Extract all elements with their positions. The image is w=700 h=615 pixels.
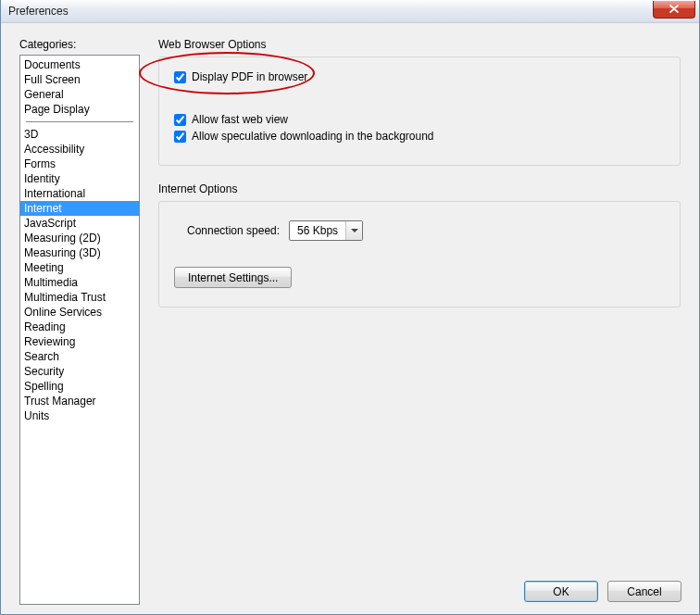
- cancel-button[interactable]: Cancel: [607, 581, 681, 602]
- category-item[interactable]: Trust Manager: [20, 394, 139, 408]
- dialog-content: Categories: DocumentsFull ScreenGeneralP…: [1, 23, 699, 614]
- category-item[interactable]: JavaScript: [20, 216, 139, 231]
- category-item[interactable]: Reviewing: [20, 334, 139, 349]
- category-item[interactable]: Online Services: [20, 305, 139, 320]
- sidebar: Categories: DocumentsFull ScreenGeneralP…: [19, 38, 140, 605]
- category-item[interactable]: Documents: [20, 57, 139, 72]
- category-item[interactable]: Internet: [20, 201, 139, 216]
- category-item[interactable]: Spelling: [20, 379, 139, 394]
- close-button[interactable]: [653, 1, 695, 19]
- ok-button[interactable]: OK: [524, 581, 598, 602]
- category-item[interactable]: Multimedia Trust: [20, 290, 139, 305]
- close-icon: [669, 5, 679, 13]
- category-item[interactable]: Search: [20, 349, 139, 364]
- preferences-dialog: Preferences Categories: DocumentsFull Sc…: [0, 0, 700, 615]
- category-item[interactable]: Forms: [20, 157, 139, 171]
- internet-options-group: Connection speed: 56 Kbps Internet Setti…: [158, 201, 681, 308]
- display-pdf-checkbox[interactable]: [174, 71, 186, 83]
- category-divider: [26, 121, 133, 122]
- category-item[interactable]: General: [20, 87, 139, 102]
- category-list[interactable]: DocumentsFull ScreenGeneralPage Display3…: [19, 55, 140, 605]
- speculative-download-label: Allow speculative downloading in the bac…: [192, 130, 434, 143]
- fast-web-view-checkbox-row[interactable]: Allow fast web view: [174, 113, 665, 126]
- chevron-down-icon: [345, 221, 362, 240]
- connection-speed-label: Connection speed:: [187, 224, 280, 237]
- speculative-download-checkbox-row[interactable]: Allow speculative downloading in the bac…: [174, 130, 665, 143]
- connection-speed-row: Connection speed: 56 Kbps: [187, 220, 665, 241]
- titlebar: Preferences: [1, 0, 699, 23]
- settings-panel: Web Browser Options Display PDF in brows…: [158, 38, 681, 605]
- display-pdf-label: Display PDF in browser: [192, 70, 307, 83]
- category-item[interactable]: Identity: [20, 171, 139, 186]
- category-item[interactable]: Accessibility: [20, 142, 139, 157]
- display-pdf-checkbox-row[interactable]: Display PDF in browser: [174, 70, 665, 83]
- category-item[interactable]: Measuring (3D): [20, 245, 139, 260]
- category-item[interactable]: Units: [20, 408, 139, 423]
- category-item[interactable]: Meeting: [20, 260, 139, 275]
- categories-label: Categories:: [19, 38, 140, 51]
- category-item[interactable]: Multimedia: [20, 275, 139, 290]
- connection-speed-value: 56 Kbps: [290, 224, 345, 237]
- dialog-button-row: OK Cancel: [524, 581, 681, 602]
- internet-options-label: Internet Options: [158, 182, 681, 195]
- category-item[interactable]: Reading: [20, 320, 139, 334]
- fast-web-view-label: Allow fast web view: [192, 113, 288, 126]
- connection-speed-select[interactable]: 56 Kbps: [289, 220, 363, 241]
- category-item[interactable]: 3D: [20, 127, 139, 142]
- category-item[interactable]: International: [20, 186, 139, 201]
- web-browser-options-label: Web Browser Options: [158, 38, 681, 51]
- internet-settings-button[interactable]: Internet Settings...: [174, 267, 292, 288]
- speculative-download-checkbox[interactable]: [174, 131, 186, 143]
- category-item[interactable]: Measuring (2D): [20, 231, 139, 245]
- category-item[interactable]: Page Display: [20, 102, 139, 117]
- category-item[interactable]: Full Screen: [20, 72, 139, 87]
- window-title: Preferences: [8, 5, 69, 18]
- category-item[interactable]: Security: [20, 364, 139, 379]
- web-browser-options-group: Display PDF in browser Allow fast web vi…: [158, 56, 681, 166]
- fast-web-view-checkbox[interactable]: [174, 114, 186, 126]
